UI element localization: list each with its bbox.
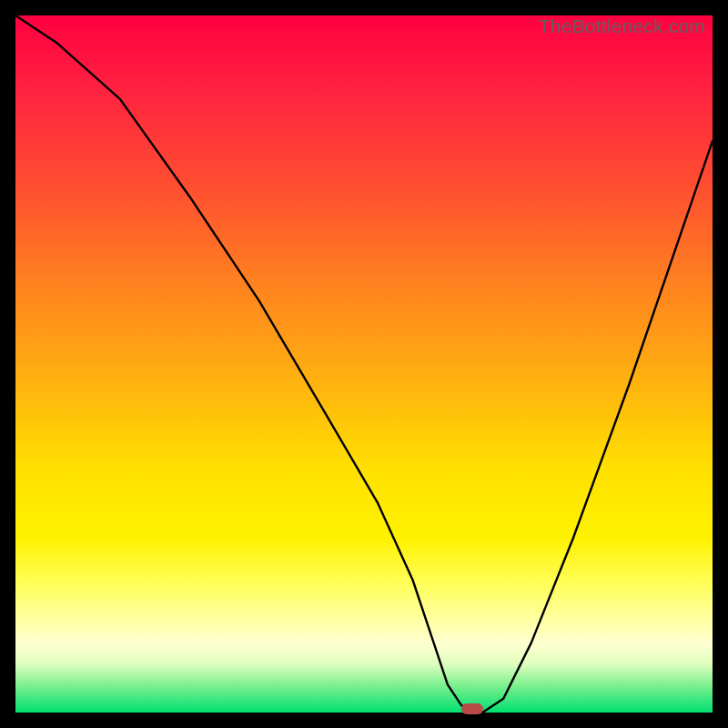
chart-plot-area: TheBottleneck.com	[15, 15, 713, 713]
bottleneck-curve	[15, 15, 713, 713]
optimal-point-marker	[461, 703, 483, 714]
chart-frame: TheBottleneck.com	[0, 0, 728, 728]
